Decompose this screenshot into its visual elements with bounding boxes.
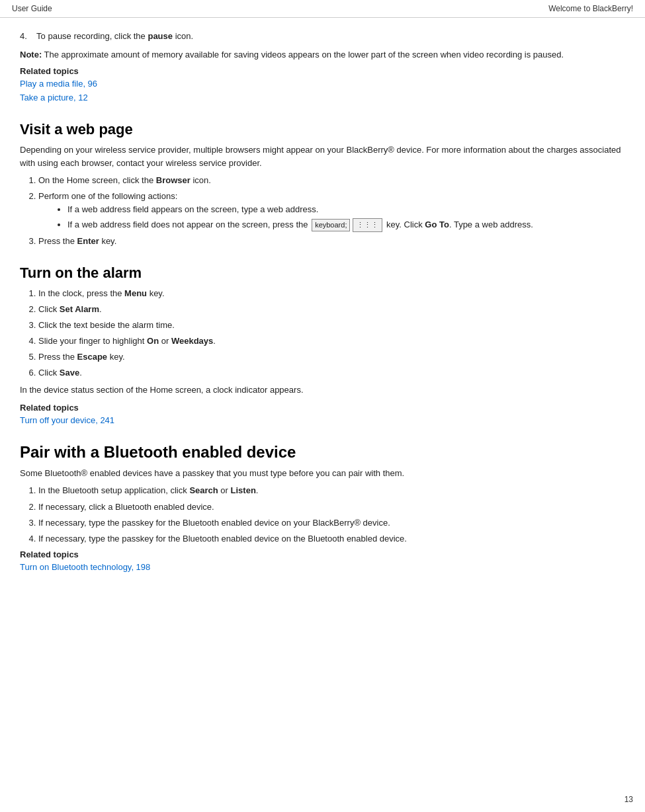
visit-intro: Depending on your wireless service provi… <box>20 143 625 170</box>
alarm-step-1: In the clock, press the Menu key. <box>38 287 625 300</box>
related-topics-label-3: Related topics <box>20 549 625 559</box>
alarm-steps-list: In the clock, press the Menu key. Click … <box>38 287 625 380</box>
visit-web-page-section: Visit a web page Depending on your wirel… <box>20 121 625 249</box>
related-topics-label-2: Related topics <box>20 403 625 413</box>
alarm-step-2: Click Set Alarm. <box>38 303 625 316</box>
step-4-text-after: icon. <box>173 31 193 41</box>
visit-bullet-1: If a web address field appears on the sc… <box>67 203 625 216</box>
step-4-text-before: To pause recording, click the <box>36 31 148 41</box>
menu-key-icon: ⋮⋮⋮ <box>353 218 382 232</box>
step-4-bold: pause <box>148 31 173 41</box>
alarm-step-6: Click Save. <box>38 366 625 380</box>
bluetooth-step-2: If necessary, click a Bluetooth enabled … <box>38 501 625 514</box>
alarm-step-4: Slide your finger to highlight On or Wee… <box>38 335 625 348</box>
alarm-step-3: Click the text beside the alarm time. <box>38 319 625 332</box>
alarm-title: Turn on the alarm <box>20 264 625 282</box>
visit-step-3: Press the Enter key. <box>38 235 625 248</box>
note-text: The approximate amount of memory availab… <box>42 50 564 60</box>
visit-step-1: On the Home screen, click the Browser ic… <box>38 174 625 187</box>
related-link-alarm[interactable]: Turn off your device, 241 <box>20 414 625 428</box>
bluetooth-title: Pair with a Bluetooth enabled device <box>20 443 625 462</box>
visit-bullet-2: If a web address field does not appear o… <box>67 218 625 232</box>
keyboard-icon: keyboard; <box>312 219 350 231</box>
header-right: Welcome to BlackBerry! <box>548 4 633 13</box>
note-block: Note: The approximate amount of memory a… <box>20 48 625 61</box>
step-4-number: 4. <box>20 31 34 41</box>
alarm-section: Turn on the alarm In the clock, press th… <box>20 264 625 428</box>
alarm-after-text: In the device status section of the Home… <box>20 384 625 397</box>
visit-sub-bullets: If a web address field appears on the sc… <box>67 203 625 232</box>
related-topics-label-1: Related topics <box>20 66 625 76</box>
bluetooth-step-1: In the Bluetooth setup application, clic… <box>38 484 625 497</box>
bluetooth-steps-list: In the Bluetooth setup application, clic… <box>38 484 625 546</box>
related-link-bluetooth[interactable]: Turn on Bluetooth technology, 198 <box>20 561 625 575</box>
bluetooth-section: Pair with a Bluetooth enabled device Som… <box>20 443 625 575</box>
page-number: 13 <box>624 795 633 804</box>
related-link-picture[interactable]: Take a picture, 12 <box>20 91 625 105</box>
related-link-media[interactable]: Play a media file, 96 <box>20 77 625 91</box>
bluetooth-intro: Some Bluetooth® enabled devices have a p… <box>20 467 625 480</box>
note-label: Note: <box>20 50 42 60</box>
step-4-text: 4. To pause recording, click the pause i… <box>20 30 625 43</box>
alarm-step-5: Press the Escape key. <box>38 350 625 364</box>
visit-web-page-title: Visit a web page <box>20 121 625 138</box>
visit-steps-list: On the Home screen, click the Browser ic… <box>38 174 625 249</box>
bluetooth-step-3: If necessary, type the passkey for the B… <box>38 516 625 530</box>
visit-step-2: Perform one of the following actions: If… <box>38 190 625 232</box>
pause-recording-section: 4. To pause recording, click the pause i… <box>20 30 625 105</box>
bluetooth-step-4: If necessary, type the passkey for the B… <box>38 532 625 546</box>
header-left: User Guide <box>12 4 52 13</box>
page-content: 4. To pause recording, click the pause i… <box>0 18 645 609</box>
page-header: User Guide Welcome to BlackBerry! <box>0 0 645 18</box>
